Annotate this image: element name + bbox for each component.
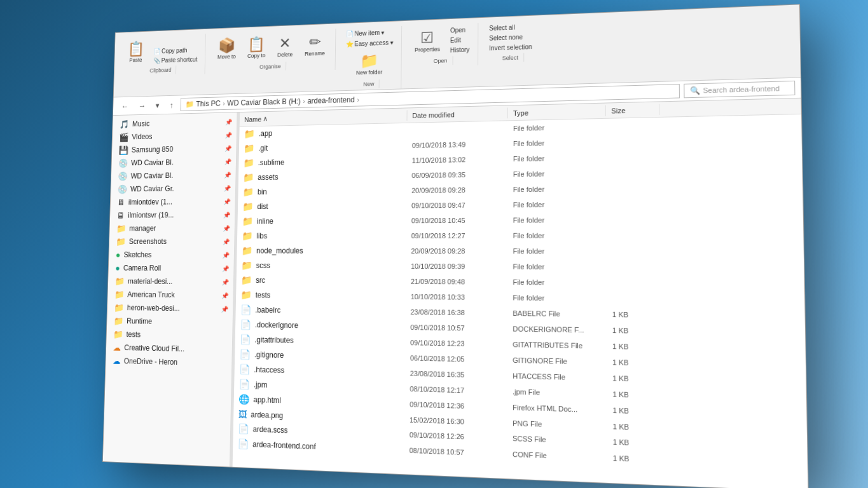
sidebar-item-wd-black2[interactable]: 💿 WD Caviar Bl. 📌 [111, 168, 235, 182]
folder-icon: 📁 [241, 245, 252, 256]
sidebar-item-american-truck[interactable]: 📁 American Truck 📌 [107, 288, 233, 302]
file-name: ardea.png [251, 410, 283, 420]
copy-path-button[interactable]: 📄 Copy path [151, 45, 200, 56]
file-name-cell: 📁 libs [237, 229, 406, 243]
rename-button[interactable]: ✏ Rename [299, 30, 330, 60]
folder-icon: 📁 [116, 224, 125, 233]
pin-icon: 📌 [221, 292, 228, 299]
up-button[interactable]: ↑ [166, 98, 177, 111]
header-name[interactable]: Name ∧ [239, 110, 407, 125]
easy-access-button[interactable]: ⭐ Easy access ▾ [343, 38, 396, 50]
html-icon: 🌐 [238, 393, 250, 405]
creative-cloud-icon: ☁ [113, 342, 121, 353]
new-folder-button[interactable]: 📁 New folder [342, 48, 396, 79]
file-name: node_modules [256, 247, 303, 255]
table-row[interactable]: 📁 inline 09/10/2018 10:45 File folder [237, 211, 803, 229]
folder-icon: 📁 [242, 216, 253, 227]
clipboard-group-label: Clipboard [145, 65, 176, 75]
sidebar-item-wd-black1[interactable]: 💿 WD Caviar Bl. 📌 [111, 154, 236, 170]
file-name-cell: 📁 inline [237, 214, 406, 228]
table-row[interactable]: 📁 libs 09/10/2018 12:27 File folder [237, 227, 803, 243]
table-row[interactable]: 📁 node_modules 20/09/2018 09:28 File fol… [237, 243, 804, 260]
select-all-button[interactable]: Select all [486, 22, 535, 33]
sidebar-item-ilmiontsvr[interactable]: 🖥 ilmiontsvr (19... 📌 [109, 208, 235, 222]
sidebar-item-onedrive[interactable]: ☁ OneDrive - Heron [106, 354, 231, 370]
drive-icon: 💿 [117, 184, 127, 194]
history-button[interactable]: History [446, 45, 472, 55]
file-name: ardea-frontend.conf [252, 440, 316, 451]
drive-icon: 💿 [118, 172, 127, 181]
explorer-window: 📋 Paste 📄 Copy path 📎 Paste shortcut [102, 4, 808, 488]
organise-group-label: Organise [254, 62, 286, 71]
edit-button[interactable]: Edit [446, 35, 472, 45]
network-icon: 🖥 [117, 198, 125, 207]
pin-icon: 📌 [223, 185, 230, 192]
file-size: 1 KB [607, 421, 661, 433]
file-name-cell: 📁 dist [237, 199, 406, 214]
search-box[interactable]: 🔍 Search ardea-frontend [684, 81, 795, 98]
open-button[interactable]: Open [446, 25, 472, 35]
dropdown-button[interactable]: ▾ [152, 98, 163, 111]
sidebar-item-sketches[interactable]: ● Sketches 📌 [109, 248, 234, 262]
new-folder-icon: 📁 [360, 52, 378, 70]
file-name: assets [258, 173, 278, 182]
folder-icon: 📁 [243, 172, 254, 183]
delete-button[interactable]: ✕ Delete [272, 31, 298, 61]
file-type: File folder [507, 168, 606, 179]
pin-icon: 📌 [222, 238, 229, 245]
sidebar-item-heron-web[interactable]: 📁 heron-web-desi... 📌 [107, 301, 233, 316]
file-date: 23/08/2018 16:38 [405, 307, 507, 318]
file-icon: 📄 [238, 379, 250, 390]
music-icon: 🎵 [119, 119, 128, 129]
header-size[interactable]: Size [605, 104, 659, 116]
paste-shortcut-button[interactable]: 📎 Paste shortcut [150, 55, 200, 65]
sidebar-item-ilmiontdev[interactable]: 🖥 ilmiontdev (1... 📌 [110, 194, 235, 208]
file-icon: 📄 [239, 349, 251, 360]
file-name: .sublime [258, 158, 284, 167]
sidebar-item-material[interactable]: 📁 material-desi... 📌 [107, 274, 233, 288]
pin-icon: 📌 [221, 265, 228, 272]
file-list-panel: Name ∧ Date modified Type Size 📁 [232, 98, 808, 488]
sidebar-item-camera-roll[interactable]: ● Camera Roll 📌 [108, 261, 233, 275]
sidebar-item-manager[interactable]: 📁 manager 📌 [109, 221, 235, 234]
pin-icon: 📌 [222, 252, 229, 259]
file-size: 1 KB [607, 325, 661, 336]
paste-icon: 📋 [127, 41, 144, 58]
move-icon: 📦 [217, 37, 235, 54]
header-type[interactable]: Type [507, 105, 605, 119]
select-none-button[interactable]: Select none [486, 32, 535, 43]
file-type: SCSS File [507, 433, 607, 447]
file-date: 10/10/2018 10:33 [405, 292, 507, 303]
file-type: PNG File [507, 417, 607, 431]
paste-button[interactable]: 📋 Paste [122, 37, 149, 67]
copy-to-button[interactable]: 📋 Copy to [242, 32, 271, 62]
file-name: .gitignore [254, 350, 284, 360]
sidebar-item-wd-green[interactable]: 💿 WD Caviar Gr. 📌 [111, 181, 235, 196]
path-ardea: ardea-frontend [307, 95, 354, 105]
pin-icon: 📌 [224, 118, 231, 125]
invert-selection-button[interactable]: Invert selection [486, 42, 535, 53]
path-this-pc: This PC [196, 99, 221, 108]
file-date: 06/09/2018 09:35 [406, 169, 507, 180]
file-name: .jpm [253, 380, 267, 389]
properties-button[interactable]: ☑ Properties [409, 25, 446, 57]
new-item-button[interactable]: 📄 New item ▾ [343, 27, 396, 39]
file-size: 1 KB [607, 341, 661, 352]
select-btns: Select all Select none Invert selection [486, 22, 535, 53]
forward-button[interactable]: → [134, 99, 148, 112]
folder-icon: 📁 [113, 316, 123, 325]
drive-icon: 💾 [118, 146, 128, 155]
file-type: File folder [507, 184, 606, 195]
file-size [606, 219, 660, 221]
header-date[interactable]: Date modified [407, 107, 507, 121]
file-name-cell: 📁 scss [236, 259, 406, 273]
file-name-cell: 📄 .dockerignore [235, 318, 406, 334]
move-to-button[interactable]: 📦 Move to [212, 34, 241, 64]
folder-icon: 📁 [114, 290, 123, 299]
folder-icon: 📁 [114, 276, 124, 286]
file-name: .app [258, 129, 272, 138]
sidebar-item-screenshots[interactable]: 📁 Screenshots 📌 [109, 235, 234, 248]
file-date: 15/02/2018 16:30 [404, 414, 507, 428]
back-button[interactable]: ← [117, 100, 131, 112]
file-name: .htaccess [254, 365, 284, 375]
